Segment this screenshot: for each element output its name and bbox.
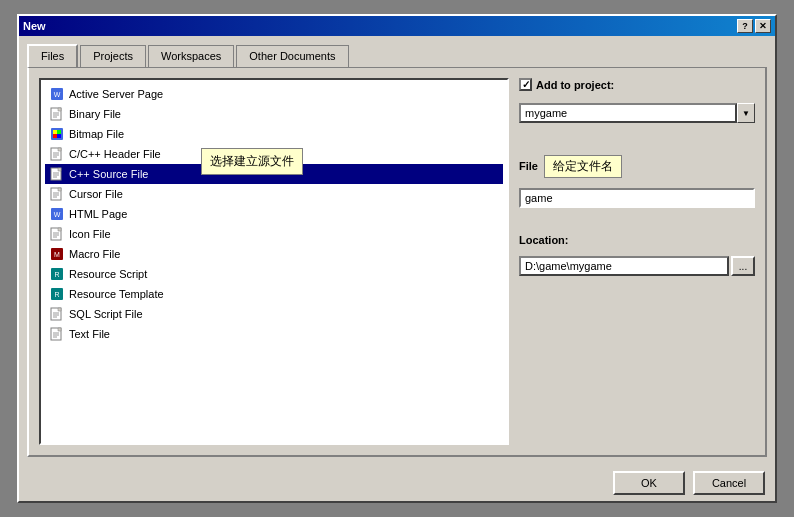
add-to-project-label[interactable]: ✓ Add to project: (519, 78, 614, 91)
file-type-icon: R (49, 266, 65, 282)
location-label: Location: (519, 234, 755, 246)
cancel-button[interactable]: Cancel (693, 471, 765, 495)
list-item[interactable]: Icon File (45, 224, 503, 244)
new-dialog: New ? ✕ Files Projects Workspaces Other … (17, 14, 777, 503)
title-bar-buttons: ? ✕ (737, 19, 771, 33)
list-item[interactable]: Text File (45, 324, 503, 344)
list-item-label: Icon File (69, 228, 111, 240)
list-item[interactable]: RResource Template (45, 284, 503, 304)
file-list[interactable]: WActive Server PageBinary FileBitmap Fil… (39, 78, 509, 445)
list-item-label: C/C++ Header File (69, 148, 161, 160)
svg-rect-8 (57, 130, 61, 134)
list-item-label: Macro File (69, 248, 120, 260)
location-row: ... (519, 256, 755, 276)
tab-files[interactable]: Files (27, 44, 78, 67)
file-callout: 给定文件名 (544, 155, 622, 178)
window-title: New (23, 20, 46, 32)
main-panel: WActive Server PageBinary FileBitmap Fil… (27, 67, 767, 457)
dialog-content: Files Projects Workspaces Other Document… (19, 36, 775, 465)
right-panel: ✓ Add to project: mygame ▼ File 给定文件名 (519, 78, 755, 445)
svg-text:R: R (54, 271, 59, 278)
svg-text:W: W (54, 91, 61, 98)
list-item[interactable]: Cursor File (45, 184, 503, 204)
svg-rect-9 (53, 134, 57, 138)
file-type-icon (49, 106, 65, 122)
file-input[interactable] (519, 188, 755, 208)
project-dropdown-value: mygame (519, 103, 737, 123)
file-type-icon: W (49, 86, 65, 102)
list-item-label: Cursor File (69, 188, 123, 200)
add-to-project-text: Add to project: (536, 79, 614, 91)
file-section-label: File (519, 160, 538, 172)
callout-tooltip: 选择建立源文件 (201, 148, 303, 175)
file-type-icon (49, 126, 65, 142)
file-type-icon (49, 326, 65, 342)
list-item-label: Text File (69, 328, 110, 340)
tab-other-documents[interactable]: Other Documents (236, 45, 348, 68)
list-item[interactable]: WHTML Page (45, 204, 503, 224)
file-type-icon (49, 146, 65, 162)
svg-text:R: R (54, 291, 59, 298)
list-item-label: C++ Source File (69, 168, 148, 180)
file-type-icon (49, 226, 65, 242)
svg-rect-7 (53, 130, 57, 134)
file-type-icon: R (49, 286, 65, 302)
list-item-label: Binary File (69, 108, 121, 120)
file-label-row: File 给定文件名 (519, 155, 755, 178)
file-type-icon: M (49, 246, 65, 262)
tab-projects[interactable]: Projects (80, 45, 146, 68)
file-type-icon (49, 166, 65, 182)
browse-button[interactable]: ... (731, 256, 755, 276)
tab-workspaces[interactable]: Workspaces (148, 45, 234, 68)
ok-button[interactable]: OK (613, 471, 685, 495)
file-type-icon: W (49, 206, 65, 222)
close-button[interactable]: ✕ (755, 19, 771, 33)
location-input[interactable] (519, 256, 729, 276)
list-item-label: Active Server Page (69, 88, 163, 100)
list-item[interactable]: Bitmap File (45, 124, 503, 144)
svg-text:M: M (54, 251, 60, 258)
list-item-label: Resource Template (69, 288, 164, 300)
list-item[interactable]: SQL Script File (45, 304, 503, 324)
list-item-label: Bitmap File (69, 128, 124, 140)
dialog-footer: OK Cancel (19, 465, 775, 501)
list-item[interactable]: RResource Script (45, 264, 503, 284)
file-type-icon (49, 306, 65, 322)
list-item[interactable]: WActive Server Page (45, 84, 503, 104)
file-type-icon (49, 186, 65, 202)
list-item-label: SQL Script File (69, 308, 143, 320)
list-item-label: Resource Script (69, 268, 147, 280)
tab-bar: Files Projects Workspaces Other Document… (27, 44, 767, 67)
svg-rect-10 (57, 134, 61, 138)
add-to-project-row: ✓ Add to project: (519, 78, 755, 91)
add-to-project-checkbox[interactable]: ✓ (519, 78, 532, 91)
list-item[interactable]: MMacro File (45, 244, 503, 264)
project-dropdown-arrow[interactable]: ▼ (737, 103, 755, 123)
help-button[interactable]: ? (737, 19, 753, 33)
list-item[interactable]: Binary File (45, 104, 503, 124)
project-dropdown-wrapper: mygame ▼ (519, 103, 755, 123)
svg-text:W: W (54, 211, 61, 218)
title-bar: New ? ✕ (19, 16, 775, 36)
list-item-label: HTML Page (69, 208, 127, 220)
